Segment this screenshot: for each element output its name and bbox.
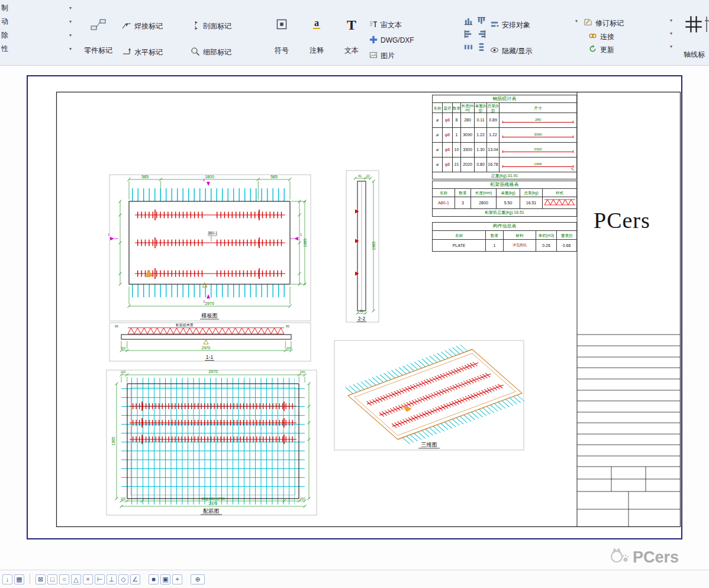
text-file-label: 宙文本: [381, 20, 402, 30]
link-label: 连接: [600, 32, 614, 42]
revision-mark-icon: [584, 18, 592, 28]
align-bars-icon[interactable]: [477, 30, 486, 39]
chevron-down-icon[interactable]: ▾: [69, 33, 72, 38]
ribbon-item-copy-clipped[interactable]: 制 ▾: [0, 2, 75, 14]
detail-mark-button[interactable]: 细部标记: [191, 46, 231, 58]
cat-logo-icon: [608, 546, 630, 569]
grid-icon[interactable]: [705, 15, 709, 36]
align-bars-icon[interactable]: [477, 17, 486, 26]
section-mark-button[interactable]: 剖面标记: [191, 20, 231, 32]
chevron-down-icon[interactable]: ▾: [670, 31, 672, 36]
sheet-logo: PCers: [594, 207, 650, 233]
snap-extra-button[interactable]: ■: [149, 574, 159, 584]
level-mark-label: 水平标记: [134, 47, 163, 57]
snap-settings-button[interactable]: ⊕: [191, 574, 205, 584]
chevron-down-icon[interactable]: ▾: [69, 20, 72, 24]
table-footer-row: 总重(kg):31.91: [433, 172, 577, 179]
section-mark-icon: [191, 21, 200, 32]
plus-icon: [369, 36, 378, 46]
tekla-drawing-editor: { "ribbon": { "clipped": ["制", "动", "除",…: [0, 0, 709, 588]
snap-origin-button[interactable]: ↓: [2, 574, 12, 584]
symbol-icon: [275, 18, 288, 33]
update-label: 更新: [600, 45, 614, 55]
link-icon: [588, 31, 597, 42]
snap-toggle-button[interactable]: ⊢: [95, 574, 105, 584]
table-footer-row: 桁架筋总重(kg):16.51: [433, 209, 577, 217]
drawing-sheet[interactable]: [27, 75, 682, 539]
watermark-text: PCers: [633, 548, 679, 567]
snap-toggle-button[interactable]: ×: [83, 574, 93, 584]
distribute-bars-icon[interactable]: [477, 43, 486, 52]
eye-icon: [490, 46, 499, 56]
arrange-objects-label: 安排对象: [502, 20, 530, 30]
text-button[interactable]: T 文本: [336, 17, 367, 57]
arrange-icon: [490, 20, 499, 30]
text-label: 文本: [344, 46, 359, 56]
snap-toggle-button[interactable]: △: [71, 574, 81, 584]
align-bars-icon[interactable]: [464, 17, 473, 26]
table-row: PLATE1 详见图纸0.26 0.66: [433, 240, 577, 252]
table-row: ⌀φ8 212020 0.8016.78 1965: [433, 158, 577, 172]
annotation-button[interactable]: a 注释: [302, 17, 331, 57]
detail-mark-label: 细部标记: [203, 47, 231, 57]
chevron-down-icon[interactable]: ▾: [670, 44, 672, 49]
table-title-row: 桁架筋规格表: [433, 181, 577, 189]
ribbon-item-move-clipped[interactable]: 动 ▾: [0, 15, 75, 28]
snap-toggle-button[interactable]: ⊠: [36, 574, 46, 584]
update-button[interactable]: 更新: [588, 44, 614, 56]
ribbon-clipped-label: 性: [1, 44, 8, 54]
chevron-down-icon[interactable]: ▾: [575, 19, 578, 24]
table-header-row: 名称数量材料 体积(m3)重量(t): [433, 231, 577, 240]
toolbar-separator: [30, 574, 30, 584]
hide-show-button[interactable]: 隐藏/显示: [490, 45, 532, 57]
part-info-table: 构件信息表 名称数量材料 体积(m3)重量(t) PLATE1 详见图纸0.26…: [432, 222, 577, 252]
ribbon-item-properties-clipped[interactable]: 性 ▾: [0, 43, 75, 55]
symbol-button[interactable]: 符号: [266, 17, 297, 57]
snap-grid-button[interactable]: ▦: [14, 574, 24, 584]
image-label: 图片: [381, 51, 395, 61]
image-icon: [369, 51, 378, 61]
dwg-dxf-button[interactable]: DWG/DXF: [369, 34, 414, 46]
truss-shape-icon: [543, 198, 576, 206]
snap-toggle-button[interactable]: ○: [59, 574, 69, 584]
arrange-objects-button[interactable]: 安排对象: [490, 19, 530, 31]
chevron-down-icon[interactable]: ▾: [69, 47, 72, 52]
part-mark-button[interactable]: 零件标记: [80, 17, 116, 57]
rebar-stat-table: 钢筋统计表 名称直径数量 长度(mm)单重(kg)总量(kg) 尺寸 ⌀φ8 8…: [432, 95, 577, 179]
distribute-bars-icon[interactable]: [464, 43, 473, 52]
table-row: ⌀φ8 13090 1.221.22 3090: [433, 128, 577, 143]
snap-toggle-button[interactable]: □: [47, 574, 57, 584]
table-row: ⌀φ8 103300 1.3013.04 3300: [433, 143, 577, 158]
ribbon: 制 ▾ 动 ▾ 除 ▾ 性 ▾ 零件标记 焊接标记: [0, 0, 709, 66]
level-mark-button[interactable]: 水平标记: [122, 46, 163, 58]
magnifier-icon: [191, 47, 200, 58]
ribbon-item-delete-clipped[interactable]: 除 ▾: [0, 29, 75, 41]
truss-spec-table: 桁架筋规格表 名称数量长度(mm) 单重(kg)总量(kg)样式 A80-13 …: [432, 181, 577, 217]
snap-toggle-button[interactable]: ◇: [118, 574, 128, 584]
image-button[interactable]: 图片: [369, 50, 395, 62]
snap-toggle-button[interactable]: ⊥: [107, 574, 117, 584]
axis-grid-icon[interactable]: [684, 14, 703, 37]
refresh-icon: [588, 44, 597, 55]
snap-extra-button[interactable]: ▣: [160, 574, 170, 584]
text-icon: T: [347, 18, 356, 32]
revision-mark-label: 修订标记: [595, 18, 624, 28]
snap-extra-button[interactable]: ⌖: [172, 574, 182, 584]
chevron-down-icon[interactable]: ▾: [670, 18, 672, 23]
annotation-label: 注释: [310, 46, 324, 56]
ribbon-clipped-label: 制: [1, 3, 8, 13]
hide-show-label: 隐藏/显示: [502, 46, 532, 56]
table-row: A80-13 28005.50 16.51: [433, 197, 577, 209]
axis-mark-label[interactable]: 轴线标: [684, 50, 709, 60]
snap-toggle-button[interactable]: ∠: [130, 574, 140, 584]
align-bars-icon[interactable]: [464, 30, 473, 39]
symbol-label: 符号: [275, 46, 289, 56]
table-header-row: 名称数量长度(mm) 单重(kg)总量(kg)样式: [433, 189, 577, 197]
part-mark-label: 零件标记: [84, 46, 112, 56]
table-header-row: 名称直径数量 长度(mm)单重(kg)总量(kg) 尺寸: [433, 103, 577, 113]
link-button[interactable]: 连接: [588, 31, 614, 43]
text-file-button[interactable]: 宙文本: [369, 19, 402, 31]
chevron-down-icon[interactable]: ▾: [69, 6, 72, 11]
weld-mark-button[interactable]: 焊接标记: [122, 20, 163, 32]
revision-mark-button[interactable]: 修订标记: [584, 17, 624, 29]
